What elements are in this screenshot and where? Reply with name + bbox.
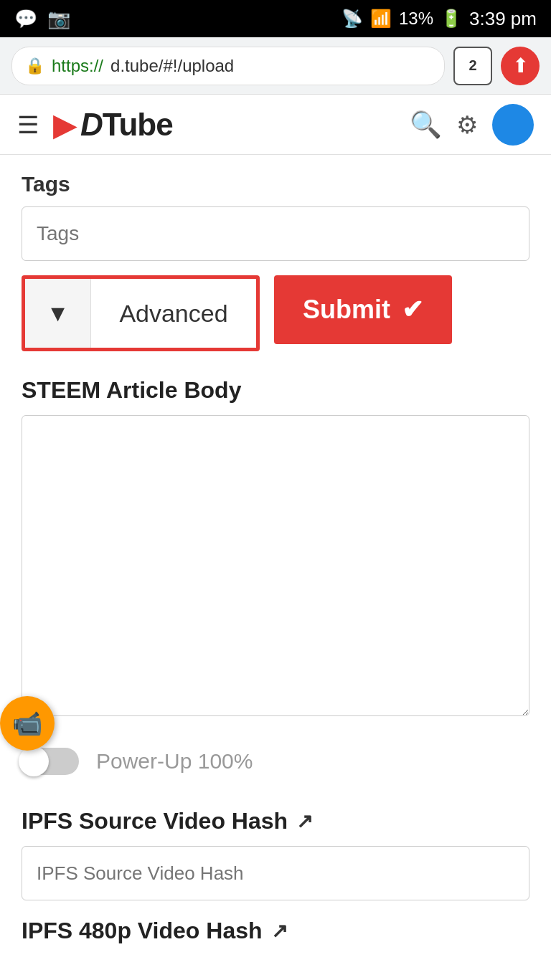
external-link-icon[interactable]: ↗: [296, 809, 313, 833]
battery-text: 13%: [399, 9, 433, 29]
powerup-toggle[interactable]: [22, 748, 79, 775]
tab-button[interactable]: 2: [453, 47, 492, 85]
steem-section: STEEM Article Body: [22, 377, 529, 719]
advanced-highlight: ▼ Advanced: [22, 275, 260, 351]
url-protocol: https://: [52, 56, 103, 76]
advanced-arrow-button[interactable]: ▼: [25, 279, 91, 348]
avatar[interactable]: [492, 104, 534, 146]
checkmark-icon: ✔: [402, 295, 423, 325]
powerup-row: Power-Up 100%: [22, 741, 529, 782]
browser-bar: 🔒 https:// d.tube/#!/upload 2 ⬆: [0, 37, 551, 95]
tags-input[interactable]: [22, 206, 529, 261]
main-content: Tags ▼ Advanced Submit ✔ STEEM Article B…: [0, 155, 551, 961]
whatsapp-icon: 💬: [14, 8, 37, 30]
status-time: 3:39 pm: [469, 8, 537, 30]
ipfs-source-section: IPFS Source Video Hash ↗: [22, 808, 529, 900]
chevron-down-icon: ▼: [47, 300, 70, 327]
cast-icon: 📡: [342, 9, 363, 29]
action-row: ▼ Advanced Submit ✔: [22, 275, 529, 351]
submit-button[interactable]: Submit ✔: [274, 275, 452, 344]
signal-icon: 📶: [370, 9, 392, 29]
lock-icon: 🔒: [25, 57, 44, 75]
tags-label: Tags: [22, 172, 529, 196]
battery-icon: 🔋: [441, 9, 462, 29]
browser-profile-button[interactable]: ⬆: [501, 47, 540, 85]
url-path: d.tube/#!/upload: [110, 56, 234, 76]
ipfs-source-input[interactable]: [22, 846, 529, 900]
ipfs-480-label: IPFS 480p Video Hash ↗: [22, 918, 529, 944]
powerup-label: Power-Up 100%: [96, 749, 253, 774]
hamburger-icon[interactable]: ☰: [17, 110, 39, 139]
settings-icon[interactable]: ⚙: [456, 110, 478, 139]
advanced-button[interactable]: Advanced: [91, 279, 256, 348]
floating-camera-button[interactable]: 📹: [0, 696, 55, 751]
url-bar[interactable]: 🔒 https:// d.tube/#!/upload: [11, 47, 445, 85]
status-bar-right: 📡 📶 13% 🔋 3:39 pm: [342, 8, 537, 30]
toggle-thumb: [19, 746, 49, 776]
ipfs-source-label: IPFS Source Video Hash ↗: [22, 808, 529, 834]
external-link-icon-480[interactable]: ↗: [271, 919, 288, 943]
app-header: ☰ ▶ DTube 🔍 ⚙: [0, 95, 551, 155]
dtube-play-icon: ▶: [53, 109, 77, 141]
status-bar: 💬 📷 📡 📶 13% 🔋 3:39 pm: [0, 0, 551, 37]
dtube-logo: ▶ DTube: [53, 107, 395, 143]
dtube-logo-text: DTube: [80, 107, 173, 143]
steem-label: STEEM Article Body: [22, 377, 529, 404]
camera-icon: 📹: [12, 709, 42, 738]
search-icon[interactable]: 🔍: [410, 110, 442, 140]
steem-textarea[interactable]: [22, 415, 529, 716]
status-bar-left: 💬 📷: [14, 8, 70, 30]
upload-icon: ⬆: [512, 54, 529, 77]
video-icon: 📷: [47, 8, 70, 30]
